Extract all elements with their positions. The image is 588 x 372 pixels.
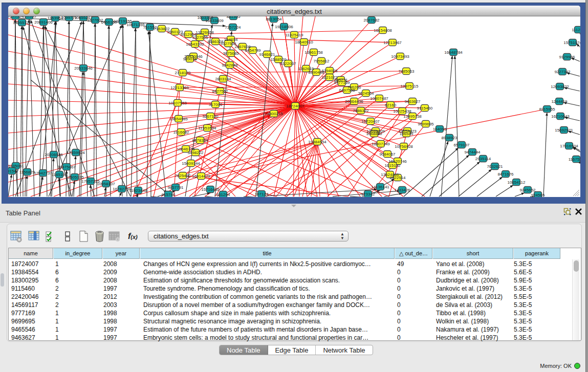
svg-text:16543392: 16543392 (186, 42, 204, 47)
svg-text:881305: 881305 (227, 16, 241, 19)
svg-text:30975867: 30975867 (57, 165, 76, 169)
svg-text:989016: 989016 (183, 57, 197, 61)
svg-text:1068860: 1068860 (366, 132, 382, 136)
svg-text:7955812: 7955812 (313, 59, 330, 63)
svg-text:12213967: 12213967 (383, 40, 402, 45)
svg-text:9245652: 9245652 (519, 188, 536, 192)
svg-text:16961758: 16961758 (304, 50, 323, 55)
svg-text:17359924: 17359924 (67, 150, 85, 155)
svg-text:11923448: 11923448 (129, 188, 148, 193)
svg-text:9227342: 9227342 (554, 70, 571, 74)
svg-text:164095: 164095 (433, 127, 447, 132)
svg-text:7625402: 7625402 (175, 173, 191, 178)
svg-text:13226058: 13226058 (195, 30, 214, 35)
svg-text:16782759: 16782759 (113, 187, 131, 191)
svg-text:831294: 831294 (216, 192, 230, 197)
svg-text:16648784: 16648784 (444, 50, 463, 55)
svg-text:2522514: 2522514 (389, 176, 406, 180)
svg-text:11325419: 11325419 (286, 33, 304, 37)
svg-text:15751074: 15751074 (563, 40, 580, 45)
svg-text:9327508: 9327508 (220, 41, 236, 46)
svg-text:1156829: 1156829 (19, 170, 35, 174)
svg-text:3875685: 3875685 (223, 51, 239, 56)
svg-text:10107553: 10107553 (168, 101, 187, 105)
svg-text:2718170: 2718170 (175, 71, 191, 75)
svg-text:9699695: 9699695 (418, 122, 434, 126)
svg-text:1244419: 1244419 (551, 99, 568, 104)
svg-text:14055721: 14055721 (13, 20, 31, 25)
svg-text:9084067: 9084067 (379, 152, 396, 157)
svg-text:16033809: 16033809 (205, 18, 224, 23)
svg-text:173342: 173342 (361, 192, 375, 196)
svg-text:8813054: 8813054 (266, 17, 282, 21)
svg-text:196549: 196549 (400, 132, 413, 136)
svg-text:6322037: 6322037 (280, 61, 296, 66)
svg-text:15716485: 15716485 (201, 187, 220, 192)
svg-text:6794028: 6794028 (321, 69, 338, 73)
svg-text:924565: 924565 (531, 193, 545, 197)
svg-text:15692971: 15692971 (555, 128, 573, 133)
svg-text:17016504: 17016504 (560, 144, 578, 148)
svg-text:9857791: 9857791 (167, 185, 184, 190)
svg-text:7986322: 7986322 (353, 108, 369, 113)
svg-text:9327505: 9327505 (192, 35, 208, 40)
svg-text:8454749: 8454749 (245, 48, 261, 53)
svg-text:19654985: 19654985 (169, 117, 188, 121)
svg-text:10807487: 10807487 (370, 96, 388, 101)
svg-text:915746: 915746 (162, 192, 176, 197)
svg-text:1435061: 1435061 (8, 164, 24, 168)
svg-text:12975115: 12975115 (401, 84, 419, 89)
svg-text:9115460: 9115460 (417, 106, 433, 111)
svg-text:3267130: 3267130 (202, 114, 219, 119)
svg-text:12942737: 12942737 (34, 171, 52, 176)
svg-text:1733426: 1733426 (394, 188, 410, 192)
svg-text:19218506: 19218506 (275, 25, 293, 29)
svg-text:1615132: 1615132 (384, 163, 401, 168)
svg-text:10671355: 10671355 (126, 23, 145, 27)
svg-text:3498222: 3498222 (187, 150, 204, 155)
svg-text:20691406: 20691406 (34, 20, 53, 25)
svg-text:18724007: 18724007 (286, 104, 304, 108)
svg-text:14136141: 14136141 (371, 185, 389, 189)
svg-text:12093822: 12093822 (551, 84, 569, 89)
svg-text:9474444: 9474444 (464, 150, 481, 155)
svg-text:107124: 107124 (255, 192, 269, 196)
svg-text:2087682: 2087682 (363, 18, 380, 23)
svg-text:391547: 391547 (8, 169, 19, 173)
svg-text:2935114: 2935114 (475, 157, 491, 161)
svg-text:100353: 100353 (23, 16, 36, 18)
svg-text:8471676: 8471676 (497, 172, 514, 177)
svg-text:18640910: 18640910 (295, 40, 313, 45)
svg-text:11353594: 11353594 (199, 126, 217, 130)
svg-text:10654112: 10654112 (508, 180, 526, 185)
svg-text:10958107: 10958107 (97, 182, 115, 186)
svg-text:7632621: 7632621 (487, 164, 503, 169)
svg-text:7485063: 7485063 (398, 69, 415, 74)
svg-text:2053384: 2053384 (8, 16, 24, 18)
svg-text:20533846: 20533846 (74, 66, 93, 71)
svg-text:20364436: 20364436 (345, 99, 363, 104)
svg-text:15720407: 15720407 (361, 119, 380, 124)
svg-text:12213369: 12213369 (170, 85, 189, 90)
svg-text:10973493: 10973493 (391, 54, 409, 59)
svg-text:6497508: 6497508 (339, 88, 355, 93)
svg-text:9463627: 9463627 (404, 99, 421, 104)
svg-text:6579197: 6579197 (453, 143, 470, 147)
svg-text:15409344: 15409344 (182, 161, 200, 166)
svg-text:1167533: 1167533 (569, 157, 580, 162)
svg-text:19384554: 19384554 (308, 140, 326, 144)
svg-text:8938923: 8938923 (441, 136, 458, 140)
svg-text:8215955: 8215955 (539, 107, 555, 112)
svg-text:16154808: 16154808 (374, 28, 392, 33)
svg-text:18300215: 18300215 (265, 112, 283, 116)
svg-text:111236: 111236 (572, 28, 580, 32)
svg-text:2803144: 2803144 (215, 77, 231, 81)
svg-text:8427552: 8427552 (212, 89, 228, 94)
svg-text:8878334: 8878334 (192, 138, 208, 143)
svg-text:18807249: 18807249 (372, 142, 390, 146)
svg-text:62160: 62160 (385, 103, 397, 107)
svg-text:1145194: 1145194 (52, 172, 68, 177)
svg-text:9146821: 9146821 (259, 52, 275, 57)
svg-text:7357224: 7357224 (225, 25, 241, 30)
svg-text:317006: 317006 (209, 102, 223, 107)
